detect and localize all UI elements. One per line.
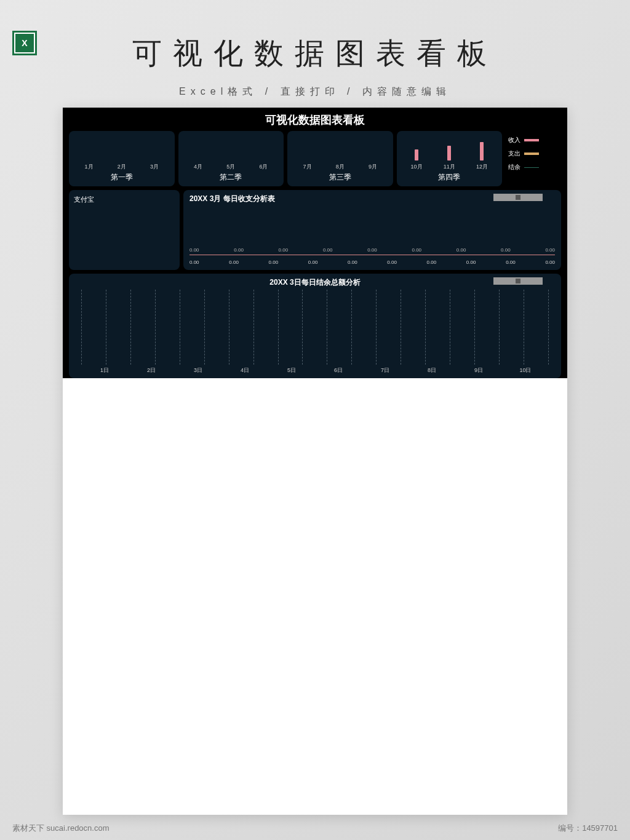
legend-label: 支出 [508,149,520,158]
month-label: 2月 [118,163,126,171]
xlabel: 0.00 [308,260,318,265]
month-label: 10月 [411,163,423,171]
legend: 收入 支出 结余 [506,131,561,186]
month-label: 7月 [303,163,312,171]
gridline [130,290,131,365]
month-label: 4月 [194,163,202,171]
balance-title: 20XX 3日每日结余总额分析 [75,277,555,288]
day-label: 2日 [128,367,175,374]
month-label: 6月 [259,163,268,171]
xlabel: 0.00 [545,260,555,265]
month-label: 3月 [150,163,159,171]
gridline [253,290,254,365]
gridline [327,290,327,365]
xlabel: 0.00 [506,260,516,265]
gridline [474,290,475,365]
bar [480,142,484,160]
value: 0.00 [234,247,244,253]
dashboard-title: 可视化数据图表看板 [69,113,561,127]
quarter-card-3[interactable]: 7月 8月 9月 第三季 [287,131,393,186]
gridline [229,290,229,365]
quarter-label: 第三季 [291,172,389,183]
xlabel: 0.00 [387,260,397,265]
day-label: 10日 [502,367,549,374]
bottom-xlabels: 1日 2日 3日 4日 5日 6日 7日 8日 9日 10日 [81,367,549,374]
gridline [425,290,426,365]
xlabel: 0.00 [189,260,199,265]
gridline [450,290,450,365]
month-label: 9月 [369,163,377,171]
day-label: 8日 [409,367,455,374]
quarter-label: 第一季 [73,172,171,183]
quarter-chart-2 [182,135,281,162]
day-label: 9日 [455,367,502,374]
quarter-card-2[interactable]: 4月 5月 6月 第二季 [178,131,284,186]
month-label: 12月 [476,163,488,171]
daily-analysis-card[interactable]: 20XX 3月 每日收支分析表 0.00 0.00 0.00 0.00 0.00… [183,190,561,270]
quarter-card-4[interactable]: 10月 11月 12月 第四季 [397,131,503,186]
gridline [155,290,156,365]
footer-right: 编号：14597701 [558,823,618,834]
day-label: 1日 [81,367,128,374]
quarter-chart-4 [401,135,499,162]
chart-legend-box[interactable] [493,277,543,285]
gridline [548,290,549,365]
balance-analysis-card[interactable]: 20XX 3日每日结余总额分析 1日 2日 3日 4日 5日 6日 7日 8日 … [69,274,561,378]
legend-swatch [524,139,539,141]
legend-item-income: 收入 [508,136,559,145]
xlabel: 0.00 [427,260,437,265]
legend-swatch [524,153,539,155]
chart-legend-box[interactable] [493,194,543,201]
xlabel: 0.00 [466,260,476,265]
gridline [376,290,377,365]
xlabel: 0.00 [348,260,357,265]
quarter-card-1[interactable]: 1月 2月 3月 第一季 [69,131,175,186]
daily-values-row: 0.00 0.00 0.00 0.00 0.00 0.00 0.00 0.00 … [189,247,555,253]
value: 0.00 [545,247,555,253]
legend-item-expense: 支出 [508,149,559,158]
legend-swatch [524,167,539,168]
bar [447,146,451,160]
gridline [401,290,401,365]
legend-item-balance: 结余 [508,163,559,172]
bar [415,149,418,160]
legend-label: 收入 [508,136,520,145]
gridline [278,290,279,365]
day-label: 7日 [362,367,409,374]
footer: 素材天下 sucai.redocn.com 编号：14597701 [12,823,618,834]
page-subtitle: Excel格式 / 直接打印 / 内容随意编辑 [0,85,630,98]
gridline [524,290,524,365]
month-label: 11月 [444,163,455,171]
quarters-row: 1月 2月 3月 第一季 4月 5月 6月 第二季 [69,131,561,186]
template-sheet: 可视化数据图表看板 1月 2月 3月 第一季 [63,108,567,815]
month-label: 1月 [85,163,94,171]
daily-xlabels: 0.00 0.00 0.00 0.00 0.00 0.00 0.00 0.00 … [189,260,555,265]
gridline [204,290,205,365]
alipay-card[interactable]: 支付宝 [69,190,180,270]
value: 0.00 [457,247,466,253]
quarter-label: 第二季 [182,172,281,183]
month-label: 8月 [336,163,345,171]
day-label: 6日 [315,367,362,374]
quarter-label: 第四季 [401,172,499,183]
value: 0.00 [189,247,199,253]
gridline [81,290,82,365]
dashboard-area: 可视化数据图表看板 1月 2月 3月 第一季 [63,108,567,378]
grid-lines [81,290,549,365]
alipay-label: 支付宝 [74,196,94,203]
gridline [499,290,500,365]
value: 0.00 [412,247,421,253]
day-label: 5日 [268,367,315,374]
value: 0.00 [323,247,333,253]
gridline [351,290,352,365]
gridline [106,290,106,365]
quarter-chart-3 [291,135,389,162]
legend-label: 结余 [508,163,520,172]
month-label: 5月 [226,163,235,171]
axis-line [189,255,555,255]
xlabel: 0.00 [229,260,239,265]
gridline [180,290,180,365]
excel-icon: X [12,31,37,55]
day-label: 4日 [221,367,268,374]
value: 0.00 [501,247,511,253]
